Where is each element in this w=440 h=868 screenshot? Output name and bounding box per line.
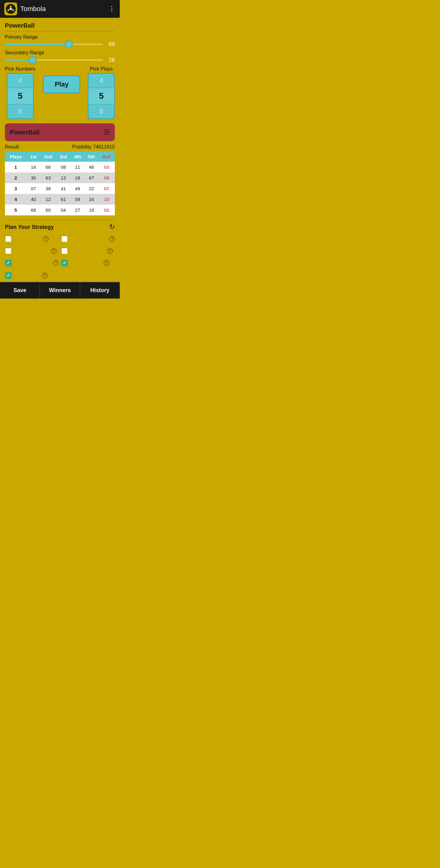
primary-range-row: Primary Range 69	[5, 34, 115, 48]
pick-plays-item-6[interactable]: 6	[88, 104, 114, 118]
option-allow-repetition: Allow Repetition ?	[5, 248, 59, 254]
secondary-range-label: Secondary Range	[5, 50, 115, 56]
allow-repetition-checkbox[interactable]	[5, 248, 12, 254]
partial-option-row: Allow Odd... ?	[5, 272, 115, 279]
pick-plays-label: Pick Plays	[90, 66, 113, 72]
cell-number: 12	[40, 194, 56, 205]
table-row: 3073841492207	[5, 183, 115, 194]
cell-number: 13	[56, 173, 70, 183]
secondary-range-value: 26	[106, 57, 115, 63]
cell-ball: 03	[98, 162, 115, 173]
cell-number: 63	[40, 173, 56, 183]
cell-number: 41	[56, 183, 70, 194]
primary-range-label: Primary Range	[5, 34, 115, 40]
app-title: Tombola	[20, 5, 46, 13]
cell-number: 38	[40, 183, 56, 194]
cell-ball: 09	[98, 173, 115, 183]
cell-number: 24	[84, 194, 98, 205]
primary-range-thumb[interactable]	[65, 40, 73, 49]
cell-number: 04	[56, 205, 70, 215]
excl-fibonacci-help[interactable]: ?	[107, 248, 113, 254]
cell-number: 30	[27, 173, 40, 183]
col-1st: 1st	[27, 152, 40, 162]
mode-button[interactable]: PowerBall ☰	[5, 123, 115, 141]
pick-numbers-col: Pick Numbers 4 5 6	[5, 66, 36, 119]
order-matter-help[interactable]: ?	[43, 236, 49, 242]
play-button[interactable]: Play	[43, 75, 80, 93]
cell-number: 67	[84, 173, 98, 183]
possibility-text: Posibility 74611810	[72, 144, 115, 150]
no-allow-sequence-checkbox[interactable]	[5, 259, 12, 266]
cell-ball: 07	[98, 183, 115, 194]
cell-play: 1	[5, 162, 27, 173]
allow-odd-even-help[interactable]: ?	[42, 273, 48, 278]
excl-palindrome-help[interactable]: ?	[109, 236, 115, 242]
result-row: Result Posibility 74611810	[5, 144, 115, 150]
option-excl-fibonacci: Excl. Fibonacci# ?	[61, 248, 115, 254]
cell-number: 18	[84, 205, 98, 215]
pick-numbers-item-6[interactable]: 6	[7, 104, 33, 118]
main-content: PowerBall Primary Range 69 Secondary Ran…	[0, 18, 120, 279]
pick-plays-item-5[interactable]: 5	[88, 88, 114, 104]
title-divider	[5, 31, 115, 31]
option-no-allow-sequence: No Allow Sequence ?	[5, 258, 59, 268]
pick-numbers-item-4[interactable]: 4	[7, 74, 33, 88]
col-5th: 5th	[84, 152, 98, 162]
excl-palindrome-checkbox[interactable]	[61, 236, 68, 242]
result-label: Result	[5, 144, 19, 150]
option-excl-palindrome: Excl. Palindrome# ?	[61, 234, 115, 244]
cell-number: 46	[84, 162, 98, 173]
option-excl-reverse: Excl. Reverse# ?	[61, 258, 115, 268]
cell-number: 60	[40, 205, 56, 215]
secondary-range-thumb[interactable]	[29, 56, 36, 64]
pick-numbers-item-5[interactable]: 5	[7, 88, 33, 104]
no-allow-sequence-help[interactable]: ?	[53, 260, 59, 266]
no-allow-sequence-label: No Allow Sequence	[14, 258, 50, 268]
order-matter-checkbox[interactable]	[5, 236, 12, 242]
cell-play: 5	[5, 205, 27, 215]
secondary-range-container: 26	[5, 57, 115, 63]
header-left: Tombola	[4, 2, 46, 16]
secondary-range-row: Secondary Range 26	[5, 50, 115, 63]
cell-play: 4	[5, 194, 27, 205]
cell-number: 66	[40, 162, 56, 173]
mode-button-text: PowerBall	[10, 129, 39, 136]
col-2nd: 2nd	[40, 152, 56, 162]
primary-range-track	[5, 43, 103, 45]
powerball-title: PowerBall	[5, 22, 115, 29]
pick-plays-col: Pick Plays 4 5 6	[88, 66, 115, 119]
more-options-icon[interactable]: ⋮	[108, 5, 115, 13]
cell-number: 22	[84, 183, 98, 194]
cell-number: 11	[70, 162, 85, 173]
pick-plays-item-4[interactable]: 4	[88, 74, 114, 88]
table-row: 2306313196709	[5, 173, 115, 183]
cell-number: 14	[27, 162, 40, 173]
option-order-matter: Order Matter ?	[5, 234, 59, 244]
cell-ball: 02	[98, 205, 115, 215]
save-button[interactable]: Save	[0, 282, 40, 299]
excl-reverse-help[interactable]: ?	[104, 260, 109, 266]
excl-palindrome-label: Excl. Palindrome#	[70, 234, 106, 244]
allow-repetition-help[interactable]: ?	[51, 248, 57, 254]
allow-repetition-label: Allow Repetition	[14, 249, 48, 253]
excl-fibonacci-label: Excl. Fibonacci#	[70, 249, 104, 253]
winners-button[interactable]: Winners	[40, 282, 80, 299]
refresh-icon[interactable]: ↻	[109, 223, 115, 231]
pick-numbers-spinner[interactable]: 4 5 6	[7, 73, 34, 119]
bottom-nav: Save Winners History	[0, 282, 120, 299]
history-button[interactable]: History	[80, 282, 120, 299]
excl-reverse-checkbox[interactable]	[61, 259, 68, 266]
primary-range-value: 69	[106, 41, 115, 48]
pick-plays-spinner[interactable]: 4 5 6	[88, 73, 115, 119]
cell-number: 27	[70, 205, 85, 215]
excl-reverse-label: Excl. Reverse#	[70, 260, 101, 266]
table-header-row: Plays 1st 2nd 3rd 4th 5th Ball	[5, 152, 115, 162]
allow-odd-even-checkbox[interactable]	[5, 272, 12, 279]
cell-play: 3	[5, 183, 27, 194]
allow-odd-even-label: Allow Odd...	[14, 273, 39, 278]
table-row: 1146608114603	[5, 162, 115, 173]
list-icon: ☰	[104, 128, 110, 136]
strategy-header: Plan Your Strategy ↻	[5, 223, 115, 231]
excl-fibonacci-checkbox[interactable]	[61, 248, 68, 254]
cell-number: 61	[56, 194, 70, 205]
